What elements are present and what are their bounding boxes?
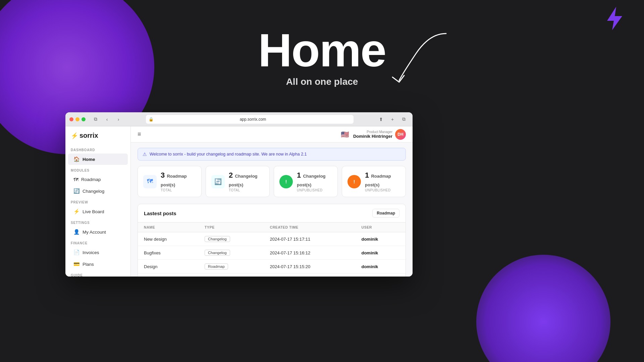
type-badge-2: Roadmap bbox=[205, 263, 228, 269]
col-header-type: TYPE bbox=[199, 223, 264, 232]
stat-label-3: Changelog post(s) bbox=[297, 174, 326, 187]
posts-title: Lastest posts bbox=[144, 210, 176, 216]
stat-card-roadmap-unpublished: ! 1 Roadmap post(s) UNPUBLISHED bbox=[342, 166, 406, 197]
cell-type-0: Changelog bbox=[199, 232, 264, 246]
sidebar-item-plans[interactable]: 💳 Plans bbox=[68, 258, 128, 270]
stat-label-2: Changelog post(s) bbox=[229, 174, 258, 187]
table-row: Design Roadmap 2024-07-17 15:15:20 domin… bbox=[138, 260, 406, 274]
sidebar-item-live-board-label: Live Board bbox=[83, 209, 104, 214]
sidebar-logo: ⚡ sorrix bbox=[65, 132, 130, 145]
table-row: Date format Roadmap 2024-07-17 15:12:10 … bbox=[138, 274, 406, 277]
topbar: ≡ 🇺🇸 Product Manager Dominik Hintringer … bbox=[131, 126, 413, 142]
stat-sublabel-1: TOTAL bbox=[161, 188, 196, 192]
stat-icon-changelog: 🔄 bbox=[211, 175, 225, 188]
sidebar-item-home[interactable]: 🏠 Home bbox=[68, 154, 128, 165]
home-icon: 🏠 bbox=[73, 156, 80, 162]
hamburger-icon[interactable]: ≡ bbox=[138, 131, 141, 138]
logo-text: sorrix bbox=[79, 132, 98, 139]
section-label-settings: SETTINGS bbox=[65, 218, 130, 226]
cell-name-3: Date format bbox=[138, 274, 199, 277]
share-btn[interactable]: ⬆ bbox=[376, 116, 386, 123]
sidebar-item-invoices[interactable]: 📄 Invoices bbox=[68, 247, 128, 258]
stat-card-changelog-unpublished: ! 1 Changelog post(s) UNPUBLISHED bbox=[274, 166, 338, 197]
sidebar-item-my-account[interactable]: 👤 My Account bbox=[68, 226, 128, 238]
sidebar-item-changelog[interactable]: 🔄 Changelog bbox=[68, 185, 128, 197]
alert-banner: ⚠ Welcome to sorrix - build your changel… bbox=[138, 148, 406, 161]
stat-number-2: 2 Changelog post(s) bbox=[229, 171, 264, 188]
col-header-created-time: CREATED TIME bbox=[264, 223, 355, 232]
my-account-icon: 👤 bbox=[73, 229, 80, 235]
roadmap-icon: 🗺 bbox=[73, 177, 78, 182]
browser-actions: ⬆ + ⧉ bbox=[376, 116, 409, 123]
stat-number-3: 1 Changelog post(s) bbox=[297, 171, 332, 188]
cell-user-2: dominik bbox=[355, 260, 406, 274]
sidebar-item-invoices-label: Invoices bbox=[83, 250, 99, 255]
sidebar-item-roadmap-label: Roadmap bbox=[81, 177, 101, 182]
url-text: app.sorrix.com bbox=[155, 117, 351, 122]
stat-info-1: 3 Roadmap post(s) TOTAL bbox=[161, 171, 196, 192]
forward-btn[interactable]: › bbox=[114, 116, 123, 123]
table-header-row: NAME TYPE CREATED TIME USER bbox=[138, 223, 406, 232]
tabs-btn[interactable]: ⧉ bbox=[399, 116, 409, 123]
user-name: Dominik Hintringer bbox=[353, 134, 392, 139]
invoices-icon: 📄 bbox=[73, 249, 80, 255]
posts-section: Lastest posts Roadmap NAME TYPE CREATED … bbox=[138, 204, 406, 277]
hero-arrow bbox=[389, 27, 456, 88]
stat-sublabel-2: TOTAL bbox=[229, 188, 264, 192]
section-label-preview: PREVIEW bbox=[65, 197, 130, 205]
cell-time-1: 2024-07-17 15:16:12 bbox=[264, 246, 355, 260]
sidebar-item-my-account-label: My Account bbox=[83, 230, 106, 235]
traffic-light-red[interactable] bbox=[69, 117, 73, 121]
stat-card-changelog-total: 🔄 2 Changelog post(s) TOTAL bbox=[206, 166, 270, 197]
filter-roadmap-button[interactable]: Roadmap bbox=[372, 209, 399, 218]
cell-user-1: dominik bbox=[355, 246, 406, 260]
sidebar: ⚡ sorrix DASHBOARD 🏠 Home MODULES 🗺 Road… bbox=[65, 126, 131, 277]
user-avatar[interactable]: DH bbox=[395, 129, 406, 140]
stat-info-2: 2 Changelog post(s) TOTAL bbox=[229, 171, 264, 192]
back-btn[interactable]: ‹ bbox=[102, 116, 112, 123]
user-role: Product Manager bbox=[353, 130, 392, 134]
sidebar-item-home-label: Home bbox=[83, 157, 95, 162]
table-row: Bugfixes Changelog 2024-07-17 15:16:12 d… bbox=[138, 246, 406, 260]
sidebar-item-live-board[interactable]: ⚡ Live Board bbox=[68, 206, 128, 217]
col-header-user: USER bbox=[355, 223, 406, 232]
cell-name-1: Bugfixes bbox=[138, 246, 199, 260]
stat-info-3: 1 Changelog post(s) UNPUBLISHED bbox=[297, 171, 332, 192]
traffic-lights bbox=[69, 117, 86, 121]
sidebar-item-roadmap[interactable]: 🗺 Roadmap bbox=[68, 174, 128, 185]
sidebar-toggle-btn[interactable]: ⧉ bbox=[91, 116, 100, 123]
stat-sublabel-4: UNPUBLISHED bbox=[365, 188, 400, 192]
col-header-name: NAME bbox=[138, 223, 199, 232]
new-tab-btn[interactable]: + bbox=[388, 116, 397, 123]
stat-label-4: Roadmap post(s) bbox=[365, 174, 391, 187]
posts-table: NAME TYPE CREATED TIME USER New design C… bbox=[138, 223, 406, 277]
section-label-dashboard: DASHBOARD bbox=[65, 145, 130, 153]
posts-header: Lastest posts Roadmap bbox=[138, 204, 406, 223]
topbar-left: ≡ bbox=[138, 131, 141, 138]
address-bar[interactable]: 🔒 app.sorrix.com bbox=[146, 115, 354, 124]
stat-number-1: 3 Roadmap post(s) bbox=[161, 171, 196, 188]
stat-sublabel-3: UNPUBLISHED bbox=[297, 188, 332, 192]
traffic-light-yellow[interactable] bbox=[75, 117, 79, 121]
logo-icon: ⚡ bbox=[71, 132, 78, 139]
cell-name-2: Design bbox=[138, 260, 199, 274]
cell-user-3: dominik bbox=[355, 274, 406, 277]
page-content: ⚠ Welcome to sorrix - build your changel… bbox=[131, 142, 413, 277]
browser-controls: ⧉ ‹ › bbox=[91, 116, 123, 123]
flag-icon: 🇺🇸 bbox=[341, 130, 349, 138]
section-label-guide: GUIDE bbox=[65, 270, 130, 277]
stat-info-4: 1 Roadmap post(s) UNPUBLISHED bbox=[365, 171, 400, 192]
stat-icon-roadmap: 🗺 bbox=[143, 175, 157, 188]
cell-type-1: Changelog bbox=[199, 246, 264, 260]
stat-label-1: Roadmap post(s) bbox=[161, 174, 187, 187]
cell-name-0: New design bbox=[138, 232, 199, 246]
cell-time-3: 2024-07-17 15:12:10 bbox=[264, 274, 355, 277]
stat-icon-roadmap-unpublished: ! bbox=[347, 175, 361, 188]
app-layout: ⚡ sorrix DASHBOARD 🏠 Home MODULES 🗺 Road… bbox=[65, 126, 413, 277]
user-details: Product Manager Dominik Hintringer bbox=[353, 130, 392, 139]
lock-icon: 🔒 bbox=[149, 117, 154, 122]
type-badge-0: Changelog bbox=[205, 236, 230, 242]
changelog-icon: 🔄 bbox=[73, 188, 80, 194]
traffic-light-green[interactable] bbox=[82, 117, 86, 121]
section-label-finance: FINANCE bbox=[65, 238, 130, 246]
